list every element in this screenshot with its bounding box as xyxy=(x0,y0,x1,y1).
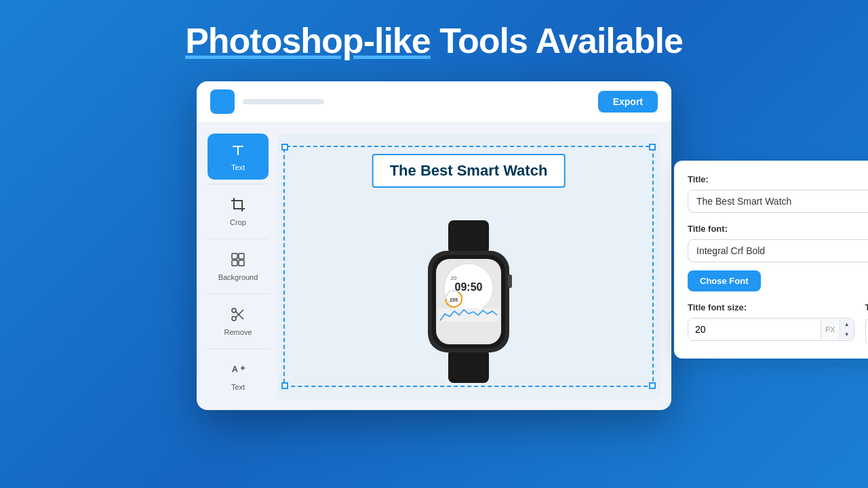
svg-rect-13 xyxy=(448,220,489,254)
corner-tr[interactable] xyxy=(649,144,656,150)
scissors-icon xyxy=(230,306,246,325)
crop-icon xyxy=(230,197,246,216)
canvas-text-element[interactable]: The Best Smart Watch xyxy=(372,154,566,188)
font-size-input[interactable] xyxy=(688,319,821,340)
svg-rect-25 xyxy=(508,274,512,288)
svg-line-8 xyxy=(236,312,244,320)
tool-background[interactable]: Background xyxy=(208,243,269,289)
smartwatch-image: 09:50 235 20 xyxy=(401,220,536,383)
divider-4 xyxy=(208,348,269,349)
svg-rect-3 xyxy=(239,253,244,259)
app-logo xyxy=(210,89,235,114)
font-select-wrapper: Integral Crf Bold ▼ xyxy=(688,239,868,262)
svg-text:09:50: 09:50 xyxy=(455,281,483,293)
title-rest: Tools Available xyxy=(439,21,683,60)
tool-text2-label: Text xyxy=(231,383,245,391)
corner-tl[interactable] xyxy=(281,144,288,150)
svg-line-9 xyxy=(236,310,244,318)
app-name-bar xyxy=(243,99,324,104)
title-highlight: Photoshop-like xyxy=(185,21,431,60)
color-swatch-wrapper[interactable]: #023856 xyxy=(865,318,868,345)
font-size-up-icon[interactable]: ▲ xyxy=(840,319,854,329)
properties-panel: Title: Title font: Integral Crf Bold ▼ C… xyxy=(674,161,868,359)
sidebar: Text Crop xyxy=(208,134,269,399)
text-add-icon: A xyxy=(230,361,246,380)
svg-rect-5 xyxy=(239,260,244,266)
page-title: Photoshop-like Tools Available xyxy=(185,20,683,61)
color-label: Title color: xyxy=(865,302,868,312)
svg-text:A: A xyxy=(232,365,238,374)
tool-text-label: Text xyxy=(231,163,245,171)
corner-bl[interactable] xyxy=(281,382,288,389)
font-size-label: Title font size: xyxy=(688,302,854,312)
color-group: Title color: #023856 xyxy=(865,302,868,345)
main-content: Text Crop xyxy=(197,123,671,410)
font-size-group: Title font size: PX ▲ ▼ xyxy=(688,302,854,345)
tool-crop[interactable]: Crop xyxy=(208,188,269,235)
svg-text:20: 20 xyxy=(451,275,457,281)
svg-rect-2 xyxy=(232,253,237,259)
svg-rect-4 xyxy=(232,260,237,266)
title-input[interactable] xyxy=(688,190,868,213)
font-size-color-row: Title font size: PX ▲ ▼ Title color: xyxy=(688,302,868,345)
svg-rect-14 xyxy=(448,349,489,383)
tool-crop-label: Crop xyxy=(230,218,246,226)
font-prop-label: Title font: xyxy=(688,224,868,234)
divider-3 xyxy=(208,293,269,294)
background-icon xyxy=(230,251,246,270)
tool-remove[interactable]: Remove xyxy=(208,298,269,344)
canvas-area: The Best Smart Watch 09 xyxy=(277,134,660,399)
text-cursor-icon xyxy=(230,142,246,161)
divider-2 xyxy=(208,239,269,239)
tool-remove-label: Remove xyxy=(224,328,252,336)
font-size-unit: PX xyxy=(821,320,840,339)
export-button[interactable]: Export xyxy=(598,91,658,113)
svg-rect-1 xyxy=(237,146,239,155)
title-prop-label: Title: xyxy=(688,174,868,184)
tool-text2[interactable]: A Text xyxy=(208,353,269,399)
font-size-arrows[interactable]: ▲ ▼ xyxy=(840,319,854,340)
font-size-down-icon[interactable]: ▼ xyxy=(840,329,854,340)
top-bar: Export xyxy=(197,81,671,123)
watch-container: 09:50 235 20 xyxy=(401,220,536,386)
corner-br[interactable] xyxy=(649,382,656,389)
tool-bg-label: Background xyxy=(218,273,258,281)
divider-1 xyxy=(208,184,269,184)
choose-font-button[interactable]: Chose Font xyxy=(688,270,761,291)
font-size-input-wrapper: PX ▲ ▼ xyxy=(688,318,854,341)
tool-text-active[interactable]: Text xyxy=(208,134,269,180)
top-bar-left xyxy=(210,89,324,114)
app-window: Export Text xyxy=(197,81,671,410)
font-select[interactable]: Integral Crf Bold xyxy=(688,239,868,262)
svg-text:235: 235 xyxy=(450,298,458,302)
